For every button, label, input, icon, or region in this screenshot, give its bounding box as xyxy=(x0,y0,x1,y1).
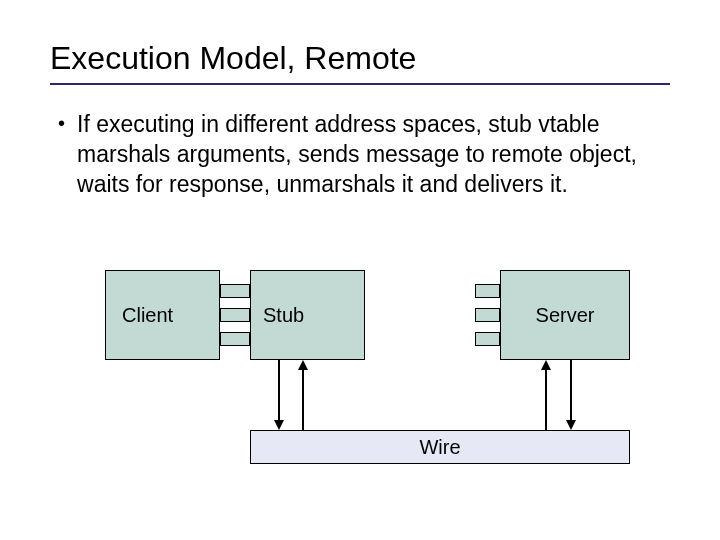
stub-box: Stub xyxy=(250,270,365,360)
arrow-up-icon xyxy=(541,360,551,370)
wire-box: Wire xyxy=(250,430,630,464)
arrow-down-icon xyxy=(566,420,576,430)
connector xyxy=(220,284,250,298)
connector xyxy=(220,308,250,322)
arrow-line xyxy=(278,360,280,422)
arrow-down-icon xyxy=(274,420,284,430)
bullet-text: If executing in different address spaces… xyxy=(77,109,637,199)
arrow-line xyxy=(302,368,304,430)
diagram: Client Stub Server Wire xyxy=(0,270,720,500)
stub-label: Stub xyxy=(263,304,304,327)
connector xyxy=(475,332,500,346)
bullet-item: • If executing in different address spac… xyxy=(50,109,670,199)
server-box: Server xyxy=(500,270,630,360)
connector xyxy=(475,284,500,298)
arrow-up-icon xyxy=(298,360,308,370)
server-label: Server xyxy=(536,304,595,327)
wire-label: Wire xyxy=(419,436,460,459)
client-box: Client xyxy=(105,270,220,360)
connector xyxy=(475,308,500,322)
arrow-line xyxy=(570,360,572,422)
title-rule xyxy=(50,83,670,85)
bullet-marker: • xyxy=(58,109,65,137)
arrow-line xyxy=(545,368,547,430)
connector xyxy=(220,332,250,346)
slide-title: Execution Model, Remote xyxy=(50,40,670,77)
client-label: Client xyxy=(122,304,173,327)
